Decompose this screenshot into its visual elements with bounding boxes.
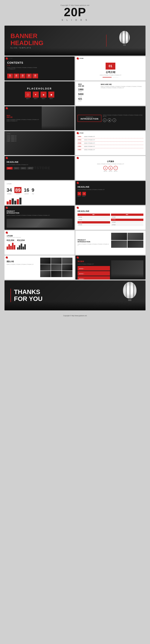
header-section: Copyright © http://www.pptstore.net 20P … xyxy=(0,3,150,24)
hi-3: 标题文字 xyxy=(20,167,26,170)
service-3: 服务项目三 xyxy=(78,276,110,280)
slide-company-intro: 公司名称 01 公司介绍 此处输入文字此处输入文字此处输入文字此处输入文字 xyxy=(75,56,145,80)
team-photo-6 xyxy=(62,264,73,270)
stat-num-2: 5000 xyxy=(78,93,99,96)
team-photo-7 xyxy=(40,271,51,277)
svc-label-2: 服务内容 xyxy=(108,170,113,172)
who-left: WHOARE WE 1990 成立时间 5000 员工人数 421 合作客户 xyxy=(78,84,99,103)
htg-val-2d: 文字内容 xyxy=(111,224,143,226)
thanks-balloon-stripes xyxy=(123,282,136,298)
table-row-3: 公司传真： 此处输入文字此处输入文字 xyxy=(78,142,143,144)
ph-item-3: ◈ 标题文字 xyxy=(41,92,47,99)
product-photos-text: PRODUCTINTRODUCTION 此处输入文字此处输入文字此处输入文字此处… xyxy=(78,233,110,252)
slide-logo-5: 公司名称 xyxy=(77,132,83,134)
aftersales-photo xyxy=(111,260,143,278)
slide-product-intro: PRODUCT INTRODUCTION 此处输入文字此处输入文字此处输入文字此… xyxy=(75,106,145,130)
prod-photos-title: PRODUCTINTRODUCTION xyxy=(78,239,110,243)
footer-section: Copyright © http://www.pptstore.net xyxy=(0,312,150,318)
num-3: 16 合作伙伴 xyxy=(24,187,29,195)
product-intro-desc: 此处输入文字此处输入文字此处输入文字此处输入文字此处输入文字此处输入文字此处输入… xyxy=(103,114,143,117)
headline-table-content: HEADLINE 标题一 文字内容 文字内容 文字内容 文字内容 标题二 文字内… xyxy=(78,210,143,226)
num-label-2: 完成项目 xyxy=(15,193,22,195)
prod-icon-2: ◈ xyxy=(108,118,111,122)
product-dark-desc: 此处输入文字此处输入文字此处输入文字此处输入文字此处输入文字此处输入文字此处输入… xyxy=(7,215,72,216)
slide-logo-9 xyxy=(6,207,8,209)
htg-val-1b: 文字内容 xyxy=(78,219,110,221)
slide-row-5: HEADLINE 此处输入文字此处输入文字此处输入文字此处输入文字 标题文字 标… xyxy=(5,156,145,180)
slide-row-4: 公司名称 公司地址：此处输入文字 公司电话：此处输入文字 公司传真：此处输入文字… xyxy=(5,131,145,155)
product-photo-grid xyxy=(111,233,143,252)
table-row-1: 公司地址： 此处输入文字此处输入文字 xyxy=(78,136,143,137)
slide-row-6: 公司业绩 34 获奖数量 89 完成项目 16 合作伙伴 9 xyxy=(5,181,145,205)
htg-val-2a: 文字内容 xyxy=(111,216,143,218)
who-dark-photo xyxy=(42,106,75,130)
banner-heading-2: HEADLING xyxy=(11,40,103,46)
photo-1 xyxy=(42,106,75,130)
aftersales-text: 售后服务 此处输入文字此处输入文字此处输入文字 服务项目一 服务项目二 服务项目… xyxy=(78,260,110,280)
product-dark-photo xyxy=(7,217,72,228)
slides-grid: BANNER HEADLING SLIDE TEMPLATE xyxy=(0,24,150,312)
team-photo-1 xyxy=(40,258,51,264)
who-dark-desc: 此处输入文字此处输入文字此处输入文字此处输入文字此处输入文字此处输入文字此处输入… xyxy=(7,119,40,122)
contents-items: 01模块 02模块 03模块 04模块 05模块 xyxy=(7,74,72,78)
footer-copyright: Copyright © http://www.pptstore.net xyxy=(0,315,150,316)
product-label: PRODUCT xyxy=(81,116,98,118)
bar-chart-1 xyxy=(7,242,15,250)
ph-desc-4: 标题文字 xyxy=(48,98,54,99)
stat-label-1: 成立时间 xyxy=(78,91,99,92)
content-item-2: 02模块 xyxy=(14,74,19,78)
placeholder-title: PLACEHOLDER xyxy=(27,88,52,90)
htg-header-1: 标题一 xyxy=(78,214,110,216)
logo-icon-10 xyxy=(77,207,79,209)
slide-logo-10 xyxy=(77,207,79,209)
num-1: 34 获奖数量 xyxy=(7,187,12,195)
company-badge: 01 xyxy=(106,63,115,70)
slide-finance: 公司业绩 COMPANY PERFORMANCE ¥12,034 xyxy=(5,231,75,255)
table-content: 公司地址： 此处输入文字此处输入文字 公司电话： 此处输入文字此处输入文字 公司… xyxy=(78,136,143,150)
services-desc: 此处输入文字此处输入文字此处输入文字此处输入文字此处输入文字 xyxy=(78,163,143,165)
slide-headline-dark: HEADLINE 此处输入文字此处输入文字此处输入文字此处输入文字 标题文字 标… xyxy=(5,156,75,180)
hi-item-2: ♦ 图标说明 xyxy=(82,192,86,197)
htg-val-2b: 文字内容 xyxy=(111,219,143,221)
headline-dark-desc: 此处输入文字此处输入文字此处输入文字此处输入文字 xyxy=(7,164,37,166)
service-1: 服务项目一 xyxy=(78,266,110,270)
ph-desc-1: 标题文字 xyxy=(25,98,31,99)
slide-logo-3 xyxy=(6,107,8,109)
contents-title: CONTENTS xyxy=(7,61,72,64)
divider-3 xyxy=(78,145,143,145)
svc-3: ⬡ 服务内容 xyxy=(113,166,118,172)
stat-2: 5000 员工人数 xyxy=(78,93,99,97)
prod-photos-desc: 此处输入文字此处输入文字此处输入文字此处输入文字此处输入文字此处输入文字 xyxy=(78,244,110,246)
company-title: 公司介绍 xyxy=(106,71,115,74)
who-dark-title: WHOARE WE xyxy=(7,115,40,118)
num-label-3: 合作伙伴 xyxy=(24,193,29,195)
who-dark-text: WHOARE WE 此处输入文字此处输入文字此处输入文字此处输入文字此处输入文字… xyxy=(5,106,42,130)
divider-2 xyxy=(78,142,143,142)
team-photo-4 xyxy=(40,264,51,270)
main-title: 20P xyxy=(0,6,150,18)
finance-num-2: ¥12,034 xyxy=(17,239,26,242)
product-box: PRODUCT INTRODUCTION xyxy=(78,115,101,122)
product-icons: ⬡ ◈ ↗ xyxy=(103,118,143,122)
service-2: 服务项目二 xyxy=(78,271,110,276)
table-list: 公司地址： 此处输入文字此处输入文字 公司电话： 此处输入文字此处输入文字 公司… xyxy=(78,136,143,150)
company-badge-num: 01 xyxy=(109,64,112,68)
finance-val-1: ¥12,034 xyxy=(7,239,15,250)
ph-icon-1: ⬡ xyxy=(25,92,31,98)
slide-contents: 公司名称 CONTENTS 目录 此处输入文字此处输入文字此处输入文字此处输入文… xyxy=(5,56,75,80)
slide-numbers: 公司业绩 34 获奖数量 89 完成项目 16 合作伙伴 9 xyxy=(5,181,75,205)
slide-team: 团队介绍 此处输入文字此处输入文字此处输入文字此处输入文字此处输入文字 xyxy=(5,256,75,280)
headline-table-grid: 标题一 文字内容 文字内容 文字内容 文字内容 标题二 文字内容 文字内容 文字… xyxy=(78,214,143,226)
ph-item-4: ◆ 标题文字 xyxy=(48,92,54,99)
slide-headline-table: HEADLINE 标题一 文字内容 文字内容 文字内容 文字内容 标题二 文字内… xyxy=(75,206,145,230)
logo-icon-11 xyxy=(6,232,8,234)
company-label-sm: 公司名称 xyxy=(7,133,17,134)
ph-icon-4: ◆ xyxy=(48,92,54,98)
svc-icon-3: ⬡ xyxy=(113,166,118,170)
slide-row-9: 团队介绍 此处输入文字此处输入文字此处输入文字此处输入文字此处输入文字 xyxy=(5,256,145,280)
prod-icon-1: ⬡ xyxy=(103,118,106,122)
headline-icon-desc: 此处输入文字此处输入文字此处输入文字此处输入文字此处输入文字 xyxy=(78,189,143,190)
table-row-5: 公司邮件： 此处输入文字此处输入文字 xyxy=(78,149,143,150)
team-text: 团队介绍 此处输入文字此处输入文字此处输入文字此处输入文字此处输入文字 xyxy=(7,258,39,278)
product-box-wrapper: PRODUCT INTRODUCTION xyxy=(78,115,101,122)
